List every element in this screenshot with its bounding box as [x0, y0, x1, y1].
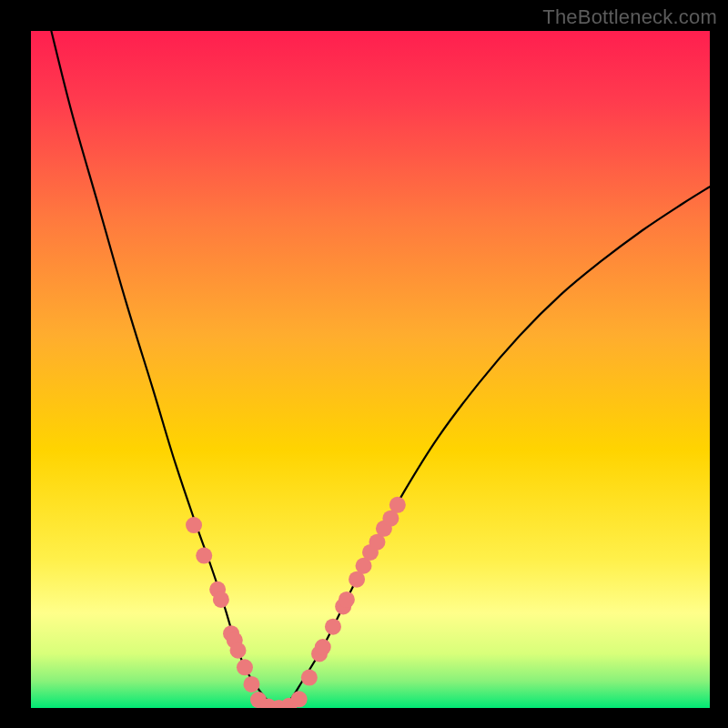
curve-marker — [213, 592, 229, 608]
bottleneck-chart — [0, 0, 728, 728]
curve-marker — [196, 548, 212, 564]
plot-background — [31, 31, 710, 708]
curve-marker — [230, 642, 247, 659]
curve-marker — [243, 676, 259, 693]
curve-marker — [291, 691, 308, 707]
curve-marker — [325, 619, 341, 635]
watermark-text: TheBottleneck.com — [542, 5, 717, 29]
curve-marker — [186, 517, 202, 533]
curve-marker — [301, 670, 318, 686]
curve-marker — [237, 659, 253, 675]
curve-marker — [389, 497, 406, 513]
chart-stage: TheBottleneck.com — [0, 0, 728, 728]
curve-marker — [339, 592, 355, 608]
curve-marker — [315, 639, 331, 655]
